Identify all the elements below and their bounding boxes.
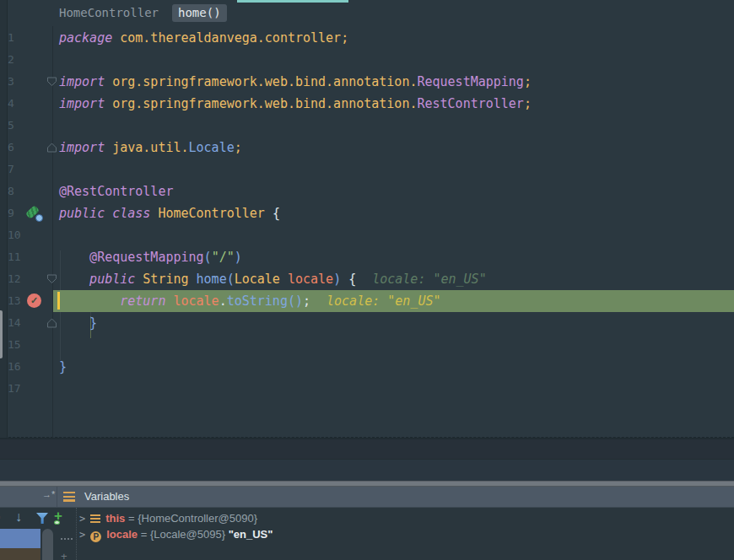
code-token: String (143, 272, 196, 287)
editor-bottom-band (0, 438, 734, 460)
expand-chevron-icon[interactable]: > (79, 529, 85, 541)
line-number-1[interactable]: 1 (8, 27, 14, 49)
equals-sign: = (125, 512, 138, 525)
line-number-6[interactable]: 6 (8, 137, 14, 159)
code-line-17[interactable]: 17 (0, 378, 734, 400)
add-watch-badge (54, 520, 60, 525)
code-line-15[interactable]: 15 (0, 334, 734, 356)
fold-marker-icon[interactable] (46, 274, 57, 284)
line-number-12[interactable]: 12 (8, 268, 21, 290)
line-number-11[interactable]: 11 (8, 246, 21, 268)
fold-marker-icon[interactable] (46, 318, 57, 328)
code-token: ; (524, 74, 532, 89)
code-token: org.springframework.web.bind.annotation. (112, 96, 417, 111)
line-number-13[interactable]: 13 (8, 290, 21, 312)
variables-tab-icon (63, 492, 75, 502)
code-token: com.therealdanvega.controller; (120, 30, 348, 46)
inline-debug-hint: locale: "en_US" (372, 272, 486, 287)
small-plus-icon[interactable]: + (61, 550, 67, 560)
header-divider (57, 487, 57, 507)
code-line-16[interactable]: 16} (0, 356, 734, 378)
code-token: @RequestMapping (59, 250, 204, 265)
fold-marker-icon[interactable] (46, 143, 57, 153)
fold-marker-icon[interactable] (46, 77, 57, 87)
code-token: . (219, 293, 227, 309)
code-editor[interactable]: 1package com.therealdanvega.controller;2… (0, 26, 734, 438)
line-number-10[interactable]: 10 (8, 224, 21, 246)
equals-sign: = (138, 528, 150, 541)
line-number-4[interactable]: 4 (8, 93, 14, 115)
step-down-arrow-icon[interactable]: ↓ (15, 509, 22, 525)
line-number-14[interactable]: 14 (8, 312, 21, 334)
code-lines: 1package com.therealdanvega.controller;2… (0, 27, 734, 400)
variable-name: this (105, 512, 125, 525)
code-line-2[interactable]: 2 (0, 49, 734, 71)
code-line-1[interactable]: 1package com.therealdanvega.controller; (0, 27, 734, 49)
filter-funnel-icon[interactable] (36, 513, 48, 524)
code-token: ) (333, 272, 348, 287)
code-line-10[interactable]: 10 (0, 224, 734, 246)
code-token: java.util. (112, 140, 188, 155)
panel-splitter[interactable] (0, 481, 734, 487)
code-text: import java.util.Locale; (59, 137, 242, 159)
code-text: import org.springframework.web.bind.anno… (59, 93, 532, 115)
code-token: } (59, 315, 97, 331)
line-number-7[interactable]: 7 (8, 159, 14, 180)
code-line-6[interactable]: 6import java.util.Locale; (0, 137, 734, 159)
frames-row-fragment (0, 548, 40, 560)
variables-tab-label[interactable]: Variables (84, 490, 129, 503)
line-number-3[interactable]: 3 (8, 71, 14, 93)
line-number-5[interactable]: 5 (8, 115, 14, 137)
code-token: package (59, 30, 120, 46)
code-token: import (59, 140, 112, 155)
code-line-3[interactable]: 3import org.springframework.web.bind.ann… (0, 71, 734, 93)
code-line-5[interactable]: 5 (0, 115, 734, 137)
variable-value-ref: {HomeController@5090} (138, 512, 257, 525)
code-token: org.springframework.web.bind.annotation. (112, 74, 417, 89)
code-token: Locale (235, 272, 288, 287)
code-line-9[interactable]: 9public class HomeController { (0, 202, 734, 224)
code-token: return (59, 293, 173, 309)
frames-selected-row-fragment[interactable] (0, 529, 40, 548)
line-number-17[interactable]: 17 (8, 378, 21, 400)
left-scroll-indicator[interactable] (0, 310, 3, 358)
spring-bean-icon[interactable] (26, 207, 41, 220)
toolbar-tree-separator (76, 508, 77, 560)
editor-left-strip (0, 0, 8, 438)
line-number-15[interactable]: 15 (8, 334, 21, 356)
code-text: return locale.toString();locale: "en_US" (59, 290, 441, 312)
execution-pointer-icon[interactable]: →* (42, 489, 55, 499)
code-line-7[interactable]: 7 (0, 159, 734, 180)
code-line-11[interactable]: 11 @RequestMapping("/") (0, 246, 734, 268)
variable-row-locale[interactable]: >Plocale = {Locale@5095} "en_US" (79, 526, 273, 542)
code-token: Locale (189, 140, 235, 155)
variable-row-this[interactable]: >this = {HomeController@5090} (79, 510, 257, 526)
line-number-16[interactable]: 16 (8, 356, 21, 378)
line-number-9[interactable]: 9 (8, 202, 14, 224)
breadcrumb-method-chip[interactable]: home() (172, 4, 227, 22)
breadcrumb: HomeController home() (0, 0, 734, 26)
code-line-13[interactable]: 13✓ return locale.toString();locale: "en… (0, 290, 734, 312)
code-token: public (59, 272, 143, 287)
code-line-12[interactable]: 12 public String home(Locale locale) {lo… (0, 268, 734, 290)
code-token: locale (288, 272, 333, 287)
spring-bean-badge (35, 214, 43, 222)
object-value-icon (90, 514, 100, 523)
step-up-arrow-icon[interactable]: ↑ (0, 510, 5, 525)
code-line-8[interactable]: 8@RestController (0, 180, 734, 202)
inline-debug-hint: locale: "en_US" (327, 293, 440, 309)
debugger-toolbar-band (0, 460, 734, 481)
code-line-4[interactable]: 4import org.springframework.web.bind.ann… (0, 93, 734, 115)
breakpoint-verified-icon[interactable]: ✓ (27, 293, 41, 308)
code-line-14[interactable]: 14 } (0, 312, 734, 334)
variable-value-ref: {Locale@5095} (150, 528, 225, 541)
debug-panel-header: →* Variables (0, 487, 734, 508)
expand-chevron-icon[interactable]: > (79, 513, 85, 525)
line-number-2[interactable]: 2 (8, 49, 14, 71)
line-number-8[interactable]: 8 (8, 180, 14, 202)
breadcrumb-class-item[interactable]: HomeController (59, 0, 159, 26)
code-token: ; (303, 293, 310, 309)
code-token: RequestMapping (417, 74, 523, 89)
code-text: package com.therealdanvega.controller; (59, 27, 348, 49)
scrollbar-thumb[interactable] (42, 529, 53, 560)
